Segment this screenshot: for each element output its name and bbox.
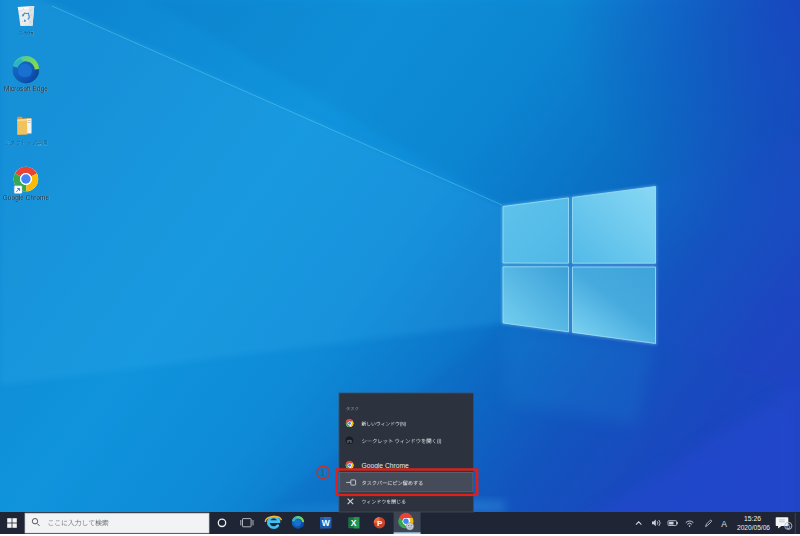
svg-text:1: 1 [321,467,326,478]
svg-text:W: W [322,518,331,528]
svg-text:X: X [351,518,357,528]
svg-text:Microsoft Edge: Microsoft Edge [4,85,48,93]
svg-text:A: A [721,519,727,529]
svg-text:Google Chrome: Google Chrome [3,194,50,202]
svg-text:15:26: 15:26 [744,515,761,522]
svg-text:2020/05/06: 2020/05/06 [737,524,770,531]
svg-text:6: 6 [786,523,790,530]
svg-text:P: P [377,519,383,528]
